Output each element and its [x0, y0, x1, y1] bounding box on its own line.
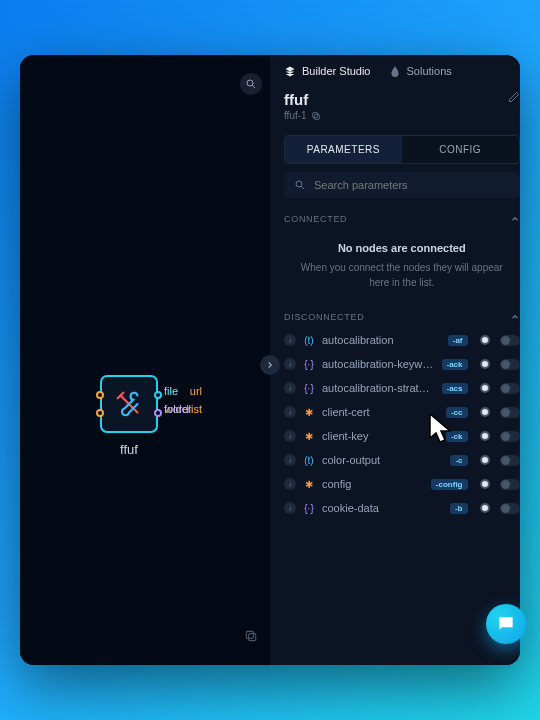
port-label-folder: folder	[164, 403, 192, 415]
param-kind-icon: {·}	[302, 503, 316, 514]
empty-desc: When you connect the nodes they will app…	[292, 260, 512, 290]
side-panel: Builder Studio Solutions ffuf ffuf-1 PAR…	[270, 55, 520, 665]
param-row[interactable]: i(t)autocalibration-af	[284, 328, 520, 352]
empty-title: No nodes are connected	[292, 242, 512, 254]
param-row[interactable]: i✱config-config	[284, 472, 520, 496]
tab-config[interactable]: CONFIG	[402, 136, 519, 163]
chevron-up-icon[interactable]	[510, 214, 520, 224]
stack-icon	[284, 65, 296, 77]
param-flag: -config	[431, 479, 468, 490]
edit-button[interactable]	[508, 91, 520, 105]
chevron-up-icon[interactable]	[510, 312, 520, 322]
mid-tabs: PARAMETERS CONFIG	[284, 135, 520, 164]
node-ffuf[interactable]: ffuf	[100, 375, 158, 433]
param-radio[interactable]	[480, 335, 490, 345]
node-label: ffuf	[120, 442, 138, 457]
param-radio[interactable]	[480, 407, 490, 417]
param-row[interactable]: i(t)color-output-c	[284, 448, 520, 472]
section-connected: CONNECTED	[284, 214, 347, 224]
svg-rect-7	[312, 112, 317, 117]
svg-line-9	[301, 186, 304, 189]
tab-builder-studio[interactable]: Builder Studio	[284, 65, 371, 77]
info-icon[interactable]: i	[284, 502, 296, 514]
param-radio[interactable]	[480, 383, 490, 393]
param-flag: -cc	[446, 407, 468, 418]
param-name: autocalibration-strategy	[322, 382, 436, 394]
param-kind-icon: {·}	[302, 359, 316, 370]
port-label-file: file	[164, 385, 178, 397]
port-label-url: url	[190, 385, 202, 397]
param-flag: -c	[450, 455, 467, 466]
chevron-right-icon	[265, 360, 275, 370]
info-icon[interactable]: i	[284, 358, 296, 370]
copy-icon	[244, 629, 258, 643]
param-radio[interactable]	[480, 359, 490, 369]
param-toggle[interactable]	[500, 383, 520, 394]
param-toggle[interactable]	[500, 479, 520, 490]
tools-icon	[112, 387, 146, 421]
param-flag: -af	[448, 335, 468, 346]
info-icon[interactable]: i	[284, 478, 296, 490]
collapse-handle[interactable]	[260, 355, 280, 375]
param-name: color-output	[322, 454, 444, 466]
port-folder[interactable]	[154, 409, 162, 417]
section-disconnected: DISCONNECTED	[284, 312, 364, 322]
panel-title: ffuf	[284, 91, 308, 108]
info-icon[interactable]: i	[284, 454, 296, 466]
param-radio[interactable]	[480, 479, 490, 489]
svg-rect-4	[249, 634, 256, 641]
search-input[interactable]	[314, 179, 510, 191]
copy-small-icon[interactable]	[311, 111, 321, 121]
param-flag: -acs	[442, 383, 468, 394]
canvas[interactable]: url wordlist file folder ffuf	[20, 55, 270, 665]
copy-button[interactable]	[240, 625, 262, 647]
param-kind-icon: {·}	[302, 383, 316, 394]
param-kind-icon: (t)	[302, 335, 316, 346]
param-flag: -b	[450, 503, 468, 514]
param-toggle[interactable]	[500, 455, 520, 466]
param-row[interactable]: i✱client-cert-cc	[284, 400, 520, 424]
tab-label: Solutions	[407, 65, 452, 77]
info-icon[interactable]: i	[284, 382, 296, 394]
tab-parameters[interactable]: PARAMETERS	[285, 136, 402, 163]
param-radio[interactable]	[480, 503, 490, 513]
tab-label: Builder Studio	[302, 65, 371, 77]
pencil-icon	[508, 91, 520, 103]
info-icon[interactable]: i	[284, 430, 296, 442]
param-radio[interactable]	[480, 455, 490, 465]
param-row[interactable]: i✱client-key-ck	[284, 424, 520, 448]
param-flag: -ck	[446, 431, 468, 442]
chat-fab[interactable]	[486, 604, 526, 644]
param-row[interactable]: i{·}autocalibration-strategy-acs	[284, 376, 520, 400]
info-icon[interactable]: i	[284, 406, 296, 418]
param-toggle[interactable]	[500, 359, 520, 370]
top-tabs: Builder Studio Solutions	[270, 55, 520, 83]
zoom-button[interactable]	[240, 73, 262, 95]
info-icon[interactable]: i	[284, 334, 296, 346]
search-icon	[294, 179, 306, 191]
param-name: autocalibration-keyword	[322, 358, 436, 370]
param-row[interactable]: i{·}autocalibration-keyword-ack	[284, 352, 520, 376]
param-kind-icon: ✱	[302, 479, 316, 490]
param-kind-icon: ✱	[302, 407, 316, 418]
param-list: i(t)autocalibration-afi{·}autocalibratio…	[270, 328, 520, 520]
tab-solutions[interactable]: Solutions	[389, 65, 452, 77]
search-box[interactable]	[284, 172, 520, 198]
param-row[interactable]: i{·}cookie-data-b	[284, 496, 520, 520]
port-file[interactable]	[154, 391, 162, 399]
param-name: autocalibration	[322, 334, 442, 346]
zoom-icon	[245, 78, 257, 90]
param-toggle[interactable]	[500, 503, 520, 514]
port-wordlist[interactable]	[96, 409, 104, 417]
app-window: url wordlist file folder ffuf	[20, 55, 520, 665]
param-radio[interactable]	[480, 431, 490, 441]
param-toggle[interactable]	[500, 335, 520, 346]
empty-state: No nodes are connected When you connect …	[270, 230, 520, 306]
param-toggle[interactable]	[500, 431, 520, 442]
port-url[interactable]	[96, 391, 104, 399]
chat-icon	[496, 614, 516, 634]
param-name: client-key	[322, 430, 440, 442]
svg-rect-5	[246, 631, 253, 638]
param-kind-icon: (t)	[302, 455, 316, 466]
param-toggle[interactable]	[500, 407, 520, 418]
